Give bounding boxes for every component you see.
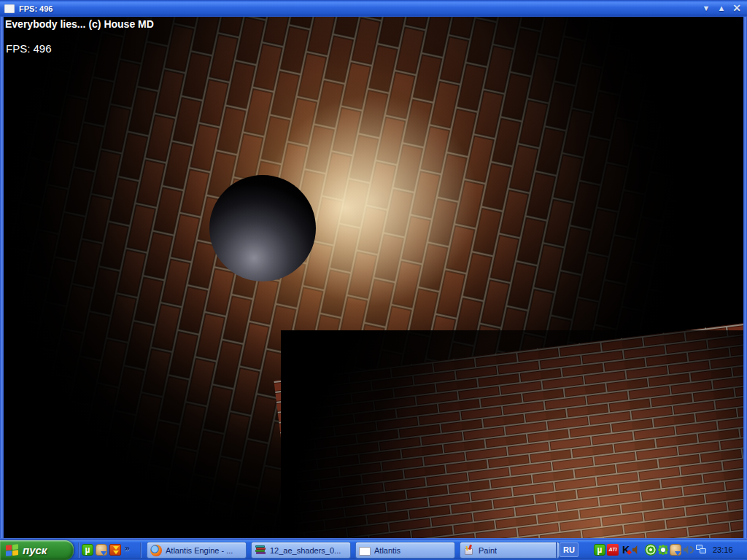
taskbtn-label: Atlantis Engine - ... bbox=[166, 546, 233, 555]
taskbtn-atlantis[interactable]: Atlantis bbox=[355, 542, 455, 559]
taskbtn-label: 12_ae_shaders_0... bbox=[270, 546, 341, 555]
scene-canvas bbox=[4, 17, 743, 538]
tray-kaspersky-icon[interactable]: K bbox=[620, 544, 632, 556]
window-icon bbox=[4, 4, 15, 13]
fps-counter: FPS: 496 bbox=[6, 42, 52, 55]
tray-icq-flower-icon[interactable] bbox=[657, 544, 669, 556]
tray-speaker-icon[interactable] bbox=[632, 544, 643, 556]
tray-messenger-icon[interactable] bbox=[670, 544, 681, 556]
winrar-icon bbox=[255, 545, 266, 556]
messenger-icon[interactable] bbox=[96, 544, 107, 556]
tray-utorrent-icon[interactable]: µ bbox=[594, 544, 605, 556]
tray-volume-icon[interactable] bbox=[683, 544, 694, 556]
atlantis-app-icon bbox=[359, 547, 371, 556]
window-titlebar[interactable]: FPS: 496 ▼ ▲ ✕ bbox=[0, 0, 747, 17]
tray-ati-icon[interactable]: ATI bbox=[607, 544, 619, 556]
taskbar-divider bbox=[140, 542, 142, 558]
floor-shadow bbox=[281, 330, 743, 538]
taskbar-divider bbox=[78, 542, 80, 558]
language-indicator[interactable]: RU bbox=[560, 542, 578, 557]
engine-viewport[interactable]: Everybody lies... (c) House MD FPS: 496 bbox=[4, 17, 743, 538]
taskbtn-label: Atlantis bbox=[374, 546, 400, 555]
taskbtn-paint[interactable]: Paint bbox=[460, 542, 560, 559]
tray-divider bbox=[556, 542, 557, 559]
window-border-right bbox=[743, 17, 747, 538]
tray-network-icon[interactable] bbox=[696, 544, 708, 556]
taskbtn-label: Paint bbox=[479, 546, 497, 555]
utorrent-icon[interactable]: µ bbox=[82, 544, 93, 556]
tray-aimp-icon[interactable] bbox=[645, 544, 657, 556]
window-title: FPS: 496 bbox=[19, 4, 53, 13]
firefox-icon bbox=[150, 545, 162, 556]
window-border-left bbox=[0, 17, 4, 538]
quick-launch-overflow-chevron[interactable]: » bbox=[125, 543, 130, 553]
start-button[interactable]: пуск bbox=[0, 540, 74, 560]
minimize-button[interactable]: ▼ bbox=[702, 0, 710, 17]
engine-caption-text: Everybody lies... (c) House MD bbox=[5, 18, 154, 30]
tray-clock[interactable]: 23:16 bbox=[713, 540, 733, 560]
taskbar: пуск µ » Atlantis Engine - ... 12_ae_sha… bbox=[0, 540, 747, 560]
download-master-icon[interactable] bbox=[109, 544, 121, 556]
windows-logo-icon bbox=[6, 544, 19, 557]
maximize-button[interactable]: ▲ bbox=[717, 0, 725, 17]
start-button-label: пуск bbox=[23, 544, 47, 556]
paint-icon bbox=[463, 545, 475, 556]
taskbtn-winrar-archive[interactable]: 12_ae_shaders_0... bbox=[251, 542, 351, 559]
desktop-screen: Everybody lies... (c) House MD FPS: 496 … bbox=[0, 0, 747, 560]
close-button[interactable]: ✕ bbox=[732, 0, 741, 17]
taskbtn-firefox-atlantis-engine[interactable]: Atlantis Engine - ... bbox=[147, 542, 247, 559]
